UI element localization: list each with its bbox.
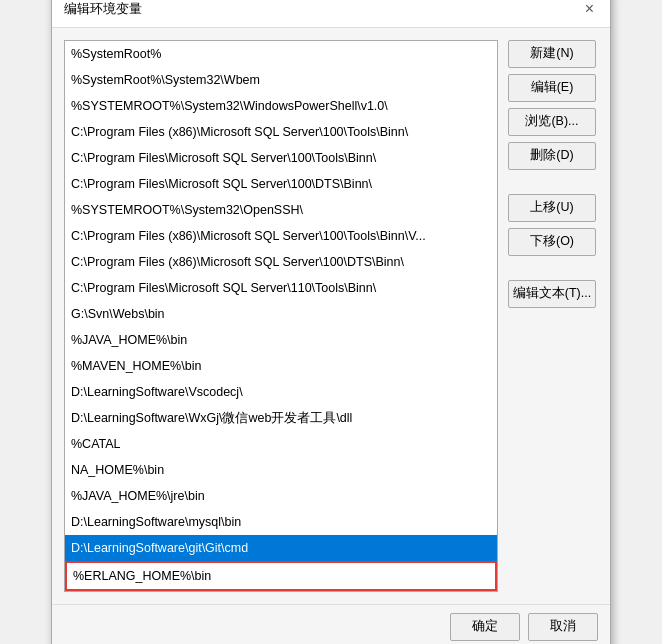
list-item[interactable]: C:\Program Files (x86)\Microsoft SQL Ser… bbox=[65, 223, 497, 249]
list-item[interactable]: %SYSTEMROOT%\System32\WindowsPowerShell\… bbox=[65, 93, 497, 119]
dialog-body: %SystemRoot%%SystemRoot%\System32\Wbem%S… bbox=[52, 28, 610, 604]
list-item[interactable]: G:\Svn\Webs\bin bbox=[65, 301, 497, 327]
dialog-title: 编辑环境变量 bbox=[64, 0, 142, 18]
list-item[interactable]: %ERLANG_HOME%\bin bbox=[65, 561, 497, 591]
list-item[interactable]: C:\Program Files\Microsoft SQL Server\10… bbox=[65, 171, 497, 197]
confirm-button[interactable]: 确定 bbox=[450, 613, 520, 641]
close-button[interactable]: × bbox=[581, 1, 598, 17]
edit-button[interactable]: 编辑(E) bbox=[508, 74, 596, 102]
dialog-footer: 确定 取消 bbox=[52, 604, 610, 645]
delete-button[interactable]: 删除(D) bbox=[508, 142, 596, 170]
list-item[interactable]: D:\LearningSoftware\git\Git\cmd bbox=[65, 535, 497, 561]
list-item[interactable]: %CATAL bbox=[65, 431, 497, 457]
list-item[interactable]: %SYSTEMROOT%\System32\OpenSSH\ bbox=[65, 197, 497, 223]
list-item[interactable]: %MAVEN_HOME%\bin bbox=[65, 353, 497, 379]
edit-env-var-dialog: 编辑环境变量 × %SystemRoot%%SystemRoot%\System… bbox=[51, 0, 611, 644]
list-item[interactable]: D:\LearningSoftware\WxGj\微信web开发者工具\dll bbox=[65, 405, 497, 431]
list-item[interactable]: C:\Program Files\Microsoft SQL Server\11… bbox=[65, 275, 497, 301]
list-item[interactable]: %JAVA_HOME%\bin bbox=[65, 327, 497, 353]
new-button[interactable]: 新建(N) bbox=[508, 40, 596, 68]
browse-button[interactable]: 浏览(B)... bbox=[508, 108, 596, 136]
env-var-list[interactable]: %SystemRoot%%SystemRoot%\System32\Wbem%S… bbox=[64, 40, 498, 592]
edit-text-button[interactable]: 编辑文本(T)... bbox=[508, 280, 596, 308]
list-item[interactable]: C:\Program Files (x86)\Microsoft SQL Ser… bbox=[65, 119, 497, 145]
move-down-button[interactable]: 下移(O) bbox=[508, 228, 596, 256]
list-item[interactable]: %JAVA_HOME%\jre\bin bbox=[65, 483, 497, 509]
list-item[interactable]: %SystemRoot% bbox=[65, 41, 497, 67]
list-item[interactable]: C:\Program Files\Microsoft SQL Server\10… bbox=[65, 145, 497, 171]
buttons-panel: 新建(N) 编辑(E) 浏览(B)... 删除(D) 上移(U) 下移(O) 编… bbox=[508, 40, 598, 592]
list-item[interactable]: %SystemRoot%\System32\Wbem bbox=[65, 67, 497, 93]
list-item[interactable]: D:\LearningSoftware\Vscodecj\ bbox=[65, 379, 497, 405]
list-item[interactable]: NA_HOME%\bin bbox=[65, 457, 497, 483]
move-up-button[interactable]: 上移(U) bbox=[508, 194, 596, 222]
list-item[interactable]: D:\LearningSoftware\mysql\bin bbox=[65, 509, 497, 535]
list-item[interactable]: C:\Program Files (x86)\Microsoft SQL Ser… bbox=[65, 249, 497, 275]
cancel-button[interactable]: 取消 bbox=[528, 613, 598, 641]
title-bar: 编辑环境变量 × bbox=[52, 0, 610, 28]
